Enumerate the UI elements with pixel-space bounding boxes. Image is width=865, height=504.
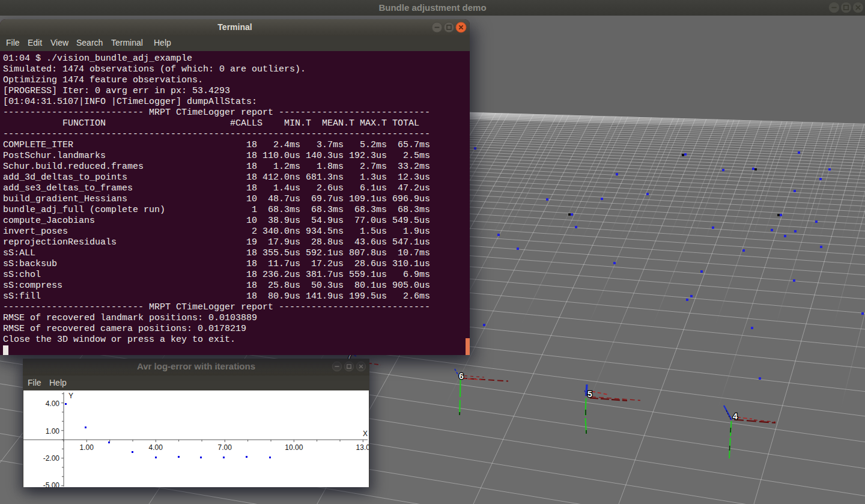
svg-text:-5.00: -5.00	[43, 481, 60, 487]
svg-text:X: X	[363, 430, 368, 438]
svg-text:Y: Y	[68, 392, 73, 400]
svg-text:4: 4	[733, 411, 738, 421]
svg-text:4.00: 4.00	[149, 443, 163, 452]
svg-text:1.00: 1.00	[46, 427, 60, 436]
svg-text:13.0: 13.0	[356, 443, 369, 452]
svg-text:4.00: 4.00	[46, 399, 60, 408]
svg-text:6: 6	[459, 371, 464, 381]
svg-text:1.00: 1.00	[80, 443, 94, 452]
svg-text:7.00: 7.00	[218, 443, 232, 452]
svg-text:-2.00: -2.00	[43, 454, 60, 463]
svg-text:10.00: 10.00	[285, 443, 303, 452]
svg-text:5: 5	[587, 389, 592, 399]
